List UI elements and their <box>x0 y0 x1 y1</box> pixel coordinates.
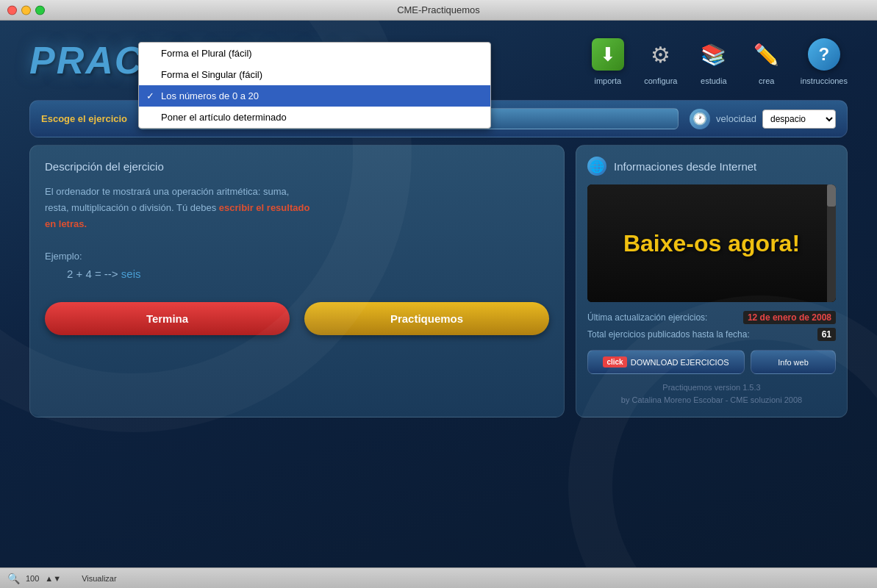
termina-button[interactable]: Termina <box>45 302 290 335</box>
dropdown-item-plural[interactable]: Forma el Plural (fácil) <box>139 43 490 64</box>
tools-icon <box>645 38 677 71</box>
exercise-selector-label: Escoge el ejercicio <box>41 113 127 124</box>
update-date-row: Última actualización ejercicios: 12 de e… <box>587 311 836 324</box>
toolbar-label-estudia: estudia <box>701 76 726 85</box>
toolbar: importa configura estudia <box>589 35 848 85</box>
speed-label: velocidad <box>716 113 756 124</box>
update-info: Última actualización ejercicios: 12 de e… <box>587 311 836 341</box>
formula-answer: seis <box>121 268 141 280</box>
zoom-level: 100 <box>26 574 39 583</box>
ad-banner: Baixe-os agora! <box>587 184 836 302</box>
exercise-dropdown-menu[interactable]: Forma el Plural (fácil) Forma el Singula… <box>138 42 491 129</box>
statusbar: 🔍 100 ▲▼ Visualizar <box>0 567 877 588</box>
example-label: Ejemplo: <box>45 251 549 262</box>
window-title: CME-Practiquemos <box>397 4 480 15</box>
toolbar-item-configura[interactable]: configura <box>642 35 680 85</box>
exercise-dropdown[interactable]: Forma el Plural (fácil) Forma el Singula… <box>138 108 679 129</box>
window-controls[interactable] <box>7 5 45 15</box>
left-panel-description: El ordenador te mostrará una operación a… <box>45 184 549 232</box>
example-formula: 2 + 4 = --> seis <box>67 268 549 280</box>
toolbar-item-instrucciones[interactable]: instrucciones <box>801 35 848 85</box>
description-text-1: El ordenador te mostrará una operación a… <box>45 186 289 213</box>
toolbar-label-configura: configura <box>644 76 677 85</box>
zoom-icon: 🔍 <box>7 573 20 584</box>
ad-scrollbar[interactable] <box>827 184 836 302</box>
toolbar-label-importa: importa <box>594 76 621 85</box>
right-panel-header: 🌐 Informaciones desde Internet <box>587 157 836 176</box>
footer-line2: by Catalina Moreno Escobar - CME soluzio… <box>587 394 836 406</box>
download-buttons: click DOWNLOAD EJERCICIOS Info web <box>587 350 836 374</box>
estudia-icon-wrapper <box>695 35 733 74</box>
download-button[interactable]: click DOWNLOAD EJERCICIOS <box>587 350 745 374</box>
left-panel: Descripción del ejercicio El ordenador t… <box>29 145 565 417</box>
crea-icon-wrapper <box>748 35 786 74</box>
help-icon <box>808 38 840 71</box>
dropdown-item-numeros[interactable]: Los números de 0 a 20 <box>139 85 490 107</box>
status-text: Visualizar <box>82 574 117 583</box>
minimize-button[interactable] <box>21 5 31 15</box>
right-panel-title: Informaciones desde Internet <box>614 160 756 173</box>
configura-icon-wrapper <box>642 35 680 74</box>
toolbar-item-estudia[interactable]: estudia <box>695 35 733 85</box>
toolbar-item-importa[interactable]: importa <box>589 35 627 85</box>
zoom-controls[interactable]: ▲▼ <box>45 574 61 583</box>
total-exercises-label: Total ejercicios publicados hasta la fec… <box>587 329 750 340</box>
toolbar-label-crea: crea <box>759 76 774 85</box>
clock-icon: 🕐 <box>690 109 710 129</box>
action-buttons: Termina Practiquemos <box>45 302 549 335</box>
speed-selector: 🕐 velocidad despacio normal rápido <box>690 109 836 129</box>
close-button[interactable] <box>7 5 17 15</box>
study-icon <box>698 38 730 71</box>
app-container: PRACTIQUEMOS importa configura <box>0 21 877 567</box>
dropdown-item-articulo[interactable]: Poner el artículo determinado <box>139 107 490 128</box>
instrucciones-icon-wrapper <box>805 35 843 74</box>
globe-icon: 🌐 <box>587 157 606 176</box>
exercise-selector-row: Escoge el ejercicio Forma el Plural (fác… <box>29 100 848 137</box>
formula-text: 2 + 4 = --> <box>67 268 121 280</box>
speed-select[interactable]: despacio normal rápido <box>762 110 836 129</box>
total-exercises-row: Total ejercicios publicados hasta la fec… <box>587 328 836 341</box>
maximize-button[interactable] <box>35 5 45 15</box>
importa-icon-wrapper <box>589 35 627 74</box>
ad-scrollbar-thumb <box>827 184 836 207</box>
create-icon <box>751 38 783 71</box>
download-button-text: DOWNLOAD EJERCICIOS <box>631 358 729 367</box>
left-panel-title: Descripción del ejercicio <box>45 160 549 173</box>
click-badge: click <box>603 356 626 368</box>
practiquemos-button[interactable]: Practiquemos <box>304 302 549 335</box>
right-panel-footer: Practiquemos version 1.5.3 by Catalina M… <box>587 381 836 406</box>
total-exercises-value: 61 <box>817 328 836 341</box>
toolbar-item-crea[interactable]: crea <box>748 35 786 85</box>
infoweb-button[interactable]: Info web <box>751 350 836 374</box>
toolbar-label-instrucciones: instrucciones <box>801 76 848 85</box>
titlebar: CME-Practiquemos <box>0 0 877 21</box>
ad-text: Baixe-os agora! <box>623 230 800 257</box>
main-content: Descripción del ejercicio El ordenador t… <box>29 145 848 417</box>
dropdown-item-singular[interactable]: Forma el Singular (fácil) <box>139 64 490 85</box>
description-highlight: escribir el resultadoen letras. <box>45 202 309 229</box>
download-icon <box>592 38 624 71</box>
update-date-value: 12 de enero de 2008 <box>743 311 836 324</box>
right-panel: 🌐 Informaciones desde Internet Baixe-os … <box>576 145 848 417</box>
update-date-label: Última actualización ejercicios: <box>587 312 707 323</box>
footer-line1: Practiquemos version 1.5.3 <box>587 381 836 394</box>
